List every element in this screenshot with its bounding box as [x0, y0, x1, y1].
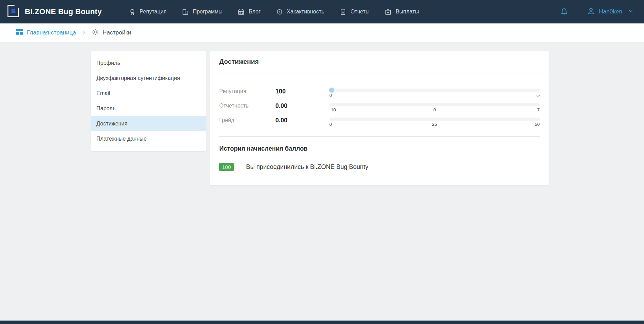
- username: Han0ken: [599, 8, 622, 15]
- reputation-slider: 0 ∞: [329, 85, 540, 98]
- slider-handle[interactable]: [329, 88, 334, 93]
- report-icon: [339, 8, 347, 16]
- logo[interactable]: BI.ZONE Bug Bounty: [6, 4, 102, 20]
- section-divider: [219, 136, 540, 137]
- sidebar-item-profile[interactable]: Профиль: [91, 55, 206, 71]
- nav-item-reports[interactable]: Отчеты: [339, 8, 369, 16]
- chevron-down-icon: [628, 8, 634, 16]
- sidebar-item-password[interactable]: Пароль: [91, 101, 206, 116]
- nav-item-reputation[interactable]: Репутация: [129, 8, 167, 16]
- scale-mid: 25: [432, 122, 437, 127]
- achievements-card: Достижения Репутация 100 0 ∞: [210, 51, 549, 185]
- breadcrumb-home[interactable]: Главная страница: [15, 28, 76, 38]
- bizone-bug-logo-icon: [6, 4, 20, 20]
- history-section-title: История начисления баллов: [219, 145, 540, 152]
- payouts-icon: [384, 8, 392, 16]
- scale-min: -10: [329, 107, 336, 112]
- slider-scale: 0 25 50: [329, 122, 540, 127]
- breadcrumb-current: Настройки: [92, 28, 131, 38]
- chevron-right-icon: [82, 31, 86, 35]
- user-avatar-icon: [587, 7, 595, 17]
- achievements-card-body: Репутация 100 0 ∞ Отчетность 0.00: [210, 72, 549, 185]
- scale-min: 0: [329, 122, 332, 127]
- nav-item-programs[interactable]: Программы: [182, 8, 222, 16]
- scale-min: 0: [329, 93, 332, 98]
- history-entry-text: Вы присоединились к Bi.ZONE Bug Bounty: [246, 163, 368, 171]
- metric-label: Репутация: [219, 88, 275, 94]
- nav-item-label: Выплаты: [395, 9, 419, 15]
- nav-item-hackactivity[interactable]: Хакактивность: [276, 8, 324, 16]
- gear-icon: [92, 28, 99, 38]
- reporting-slider: -10 0 7: [329, 100, 540, 112]
- sidebar-item-achievements[interactable]: Достижения: [91, 116, 206, 131]
- metric-row-reporting: Отчетность 0.00 -10 0 7: [219, 99, 540, 113]
- metric-value: 0.00: [275, 102, 329, 110]
- metric-value: 100: [275, 88, 329, 95]
- slider-track: [329, 118, 540, 121]
- footer-strip: [0, 321, 644, 324]
- achievements-card-header: Достижения: [210, 51, 549, 72]
- sidebar-item-email[interactable]: Email: [91, 86, 206, 101]
- nav-item-blog[interactable]: Блог: [237, 8, 261, 16]
- nav-item-label: Блог: [249, 9, 261, 15]
- metric-row-reputation: Репутация 100 0 ∞: [219, 84, 540, 99]
- top-navigation: BI.ZONE Bug Bounty Репутация Программы: [0, 0, 644, 23]
- blog-icon: [237, 8, 245, 16]
- breadcrumb-current-label: Настройки: [103, 29, 131, 36]
- metric-label: Грейд: [219, 117, 275, 123]
- breadcrumb-home-label[interactable]: Главная страница: [27, 29, 76, 36]
- nav-item-label: Программы: [193, 9, 222, 15]
- notifications-bell-icon[interactable]: [560, 7, 569, 16]
- points-badge: 100: [219, 163, 234, 171]
- slider-scale: 0 ∞: [329, 93, 540, 98]
- page-content: Профиль Двухфакторная аутентификация Ema…: [0, 43, 644, 321]
- scale-max: 50: [535, 122, 540, 127]
- scale-max: 7: [537, 107, 540, 112]
- award-icon: [129, 8, 136, 16]
- sidebar-item-2fa[interactable]: Двухфакторная аутентификация: [91, 71, 206, 86]
- history-entry: 100 Вы присоединились к Bi.ZONE Bug Boun…: [219, 163, 540, 175]
- metric-label: Отчетность: [219, 103, 275, 109]
- metric-row-grade: Грейд 0.00 0 25 50: [219, 113, 540, 128]
- nav-item-payouts[interactable]: Выплаты: [384, 8, 419, 16]
- grade-slider: 0 25 50: [329, 114, 540, 127]
- scale-max: ∞: [537, 93, 540, 98]
- metric-value: 0.00: [275, 117, 329, 124]
- slider-scale: -10 0 7: [329, 107, 540, 112]
- primary-nav: Репутация Программы: [129, 8, 419, 16]
- slider-track: [329, 103, 540, 106]
- breadcrumb: Главная страница Настройки: [0, 23, 644, 42]
- nav-item-label: Репутация: [140, 9, 167, 15]
- nav-item-label: Отчеты: [350, 9, 369, 15]
- logo-title: BI.ZONE Bug Bounty: [25, 7, 102, 16]
- scale-mid: 0: [433, 107, 436, 112]
- page-title: Достижения: [219, 58, 259, 65]
- building-icon: [182, 8, 189, 16]
- user-menu[interactable]: Han0ken: [587, 7, 634, 17]
- slider-track: [329, 89, 540, 92]
- dashboard-icon: [15, 28, 23, 38]
- nav-item-label: Хакактивность: [287, 9, 324, 15]
- settings-sidebar: Профиль Двухфакторная аутентификация Ema…: [91, 51, 206, 151]
- topnav-right: Han0ken: [560, 7, 634, 17]
- sidebar-item-payment-details[interactable]: Платежные данные: [91, 131, 206, 146]
- history-icon: [276, 8, 283, 16]
